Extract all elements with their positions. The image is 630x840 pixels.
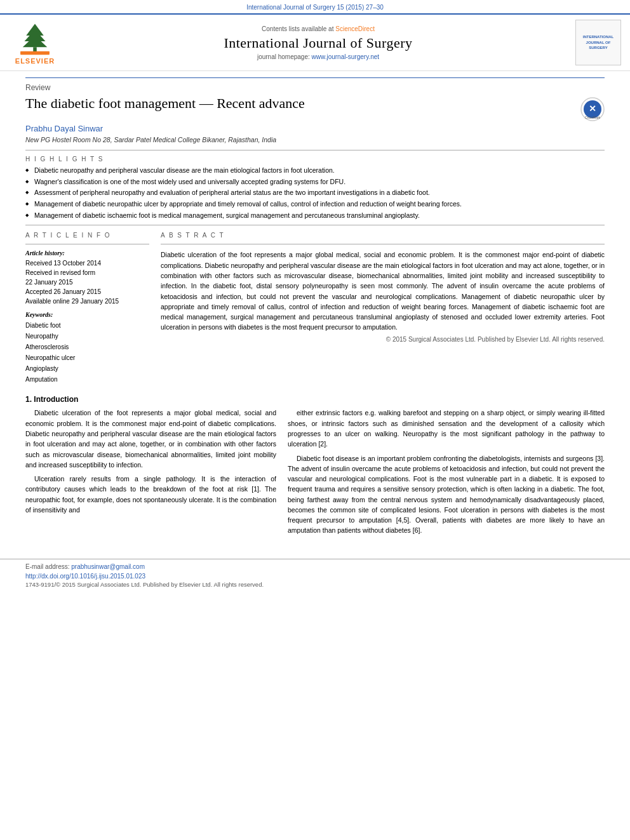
crossmark-icon: ✕ CrossMark xyxy=(580,97,605,121)
highlight-item-4: Management of diabetic neuropathic ulcer… xyxy=(25,199,605,209)
body-right-text: either extrinsic factors e.g. walking ba… xyxy=(288,408,605,535)
article-info-divider xyxy=(25,244,149,244)
section1-title: Introduction xyxy=(34,395,78,404)
abstract-col: A B S T R A C T Diabetic ulceration of t… xyxy=(161,232,605,385)
elsevier-label-text: ELSEVIER xyxy=(15,57,55,65)
article-info-col: A R T I C L E I N F O Article history: R… xyxy=(25,232,149,385)
highlight-item-5: Management of diabetic ischaemic foot is… xyxy=(25,211,605,220)
journal-title: International Journal of Surgery xyxy=(70,35,566,51)
journal-homepage: journal homepage: www.journal-surgery.ne… xyxy=(70,53,566,60)
highlights-title: H I G H L I G H T S xyxy=(25,156,605,163)
contents-available-text: Contents lists available at ScienceDirec… xyxy=(70,25,566,32)
keyword-6: Amputation xyxy=(25,374,149,385)
elsevier-logo: ELSEVIER xyxy=(6,21,64,65)
footer: E-mail address: prabhusinwar@gmail.com h… xyxy=(0,559,630,592)
keywords-section: Keywords: Diabetic foot Neuropathy Ather… xyxy=(25,311,149,385)
abstract-copyright: © 2015 Surgical Associates Ltd. Publishe… xyxy=(161,336,605,343)
keyword-3: Atherosclerosis xyxy=(25,342,149,352)
main-content: Review The diabetic foot management — Re… xyxy=(0,71,630,546)
keywords-label: Keywords: xyxy=(25,311,149,318)
footer-email: E-mail address: prabhusinwar@gmail.com xyxy=(25,563,605,570)
highlights-bottom-divider xyxy=(25,225,605,225)
abstract-divider xyxy=(161,244,605,244)
body-right-para-2: Diabetic foot disease is an important pr… xyxy=(288,453,605,536)
journal-logo-text: INTERNATIONAL JOURNAL OF SURGERY xyxy=(579,34,618,50)
page: International Journal of Surgery 15 (201… xyxy=(0,0,630,840)
journal-ref-text: International Journal of Surgery 15 (201… xyxy=(246,4,384,11)
highlights-divider xyxy=(25,150,605,150)
journal-center: Contents lists available at ScienceDirec… xyxy=(70,25,566,60)
svg-rect-4 xyxy=(20,51,50,55)
body-content: 1. Introduction Diabetic ulceration of t… xyxy=(25,395,605,539)
revised-date: Received in revised form 22 January 2015 xyxy=(25,268,149,287)
email-link[interactable]: prabhusinwar@gmail.com xyxy=(71,563,145,570)
accepted-date: Accepted 26 January 2015 xyxy=(25,287,149,297)
article-info-title: A R T I C L E I N F O xyxy=(25,232,149,239)
body-para-2: Ulceration rarely results from a single … xyxy=(25,474,276,515)
svg-text:CrossMark: CrossMark xyxy=(585,116,601,119)
journal-logo-box: INTERNATIONAL JOURNAL OF SURGERY xyxy=(575,20,621,65)
body-right-para-1: either extrinsic factors e.g. walking ba… xyxy=(288,408,605,449)
svg-text:✕: ✕ xyxy=(589,103,596,114)
journal-header: ELSEVIER Contents lists available at Sci… xyxy=(0,13,630,71)
body-left-text: Diabetic ulceration of the foot represen… xyxy=(25,408,276,515)
highlight-item-2: Wagner's classification is one of the mo… xyxy=(25,177,605,187)
abstract-title: A B S T R A C T xyxy=(161,232,605,239)
footer-doi[interactable]: http://dx.doi.org/10.1016/j.ijsu.2015.01… xyxy=(25,573,605,580)
highlight-item-3: Assessment of peripheral neuropathy and … xyxy=(25,188,605,197)
keyword-5: Angioplasty xyxy=(25,363,149,374)
crossmark-badge: ✕ CrossMark xyxy=(580,97,605,124)
journal-logo-right: INTERNATIONAL JOURNAL OF SURGERY xyxy=(573,20,624,65)
body-right-col: either extrinsic factors e.g. walking ba… xyxy=(288,395,605,539)
available-date: Available online 29 January 2015 xyxy=(25,297,149,306)
title-row: The diabetic foot management — Recent ad… xyxy=(25,95,605,124)
footer-copyright: 1743-9191/© 2015 Surgical Associates Ltd… xyxy=(25,581,605,588)
body-left-col: 1. Introduction Diabetic ulceration of t… xyxy=(25,395,276,539)
body-para-1: Diabetic ulceration of the foot represen… xyxy=(25,408,276,470)
review-label: Review xyxy=(25,77,605,92)
doi-link[interactable]: http://dx.doi.org/10.1016/j.ijsu.2015.01… xyxy=(25,573,145,580)
elsevier-tree-icon xyxy=(13,21,57,56)
article-info-abstract-row: A R T I C L E I N F O Article history: R… xyxy=(25,232,605,385)
section1-heading: 1. Introduction xyxy=(25,395,276,404)
abstract-text: Diabetic ulceration of the foot represen… xyxy=(161,250,605,332)
author-name: Prabhu Dayal Sinwar xyxy=(25,124,605,133)
highlight-item-1: Diabetic neuropathy and peripheral vascu… xyxy=(25,166,605,175)
section1-num: 1. xyxy=(25,395,32,404)
received-date: Received 13 October 2014 xyxy=(25,258,149,268)
keyword-2: Neuropathy xyxy=(25,331,149,342)
email-label: E-mail address: xyxy=(25,563,69,570)
journal-reference: International Journal of Surgery 15 (201… xyxy=(0,0,630,13)
keyword-4: Neuropathic ulcer xyxy=(25,352,149,363)
sciencedirect-link[interactable]: ScienceDirect xyxy=(335,25,375,32)
journal-homepage-link[interactable]: www.journal-surgery.net xyxy=(312,53,380,60)
article-history-label: Article history: xyxy=(25,250,149,257)
article-title: The diabetic foot management — Recent ad… xyxy=(25,95,574,113)
author-affiliation: New PG Hostel Room No 28, Sardar Patel M… xyxy=(25,136,605,143)
highlights-list: Diabetic neuropathy and peripheral vascu… xyxy=(25,166,605,220)
keyword-1: Diabetic foot xyxy=(25,320,149,331)
